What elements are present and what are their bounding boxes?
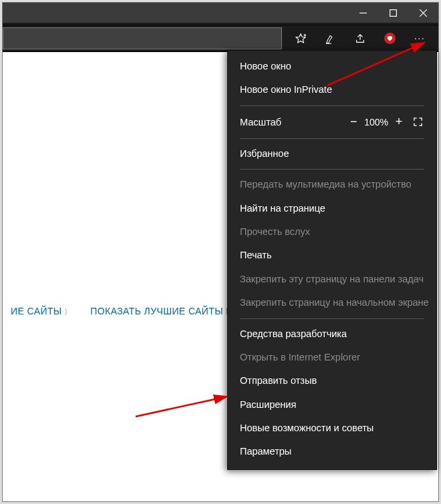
maximize-button[interactable] (378, 3, 408, 23)
menu-send-feedback[interactable]: Отправить отзыв (228, 369, 436, 393)
menu-pin-start: Закрепить страницу на начальном экране (228, 291, 436, 314)
zoom-in-button[interactable]: + (390, 114, 408, 130)
menu-new-window[interactable]: Новое окно (228, 55, 436, 78)
zoom-label: Масштаб (240, 117, 344, 128)
toolbar: ··· (3, 25, 438, 52)
menu-new-inprivate[interactable]: Новое окно InPrivate (228, 78, 436, 101)
menu-separator (240, 318, 424, 319)
quick-link-topsites[interactable]: ИЕ САЙТЫ〉 (3, 306, 80, 317)
menu-settings[interactable]: Параметры (228, 440, 436, 463)
window-titlebar (3, 3, 438, 23)
share-icon[interactable] (349, 27, 372, 50)
menu-favorites[interactable]: Избранное (228, 142, 436, 166)
address-bar[interactable] (3, 27, 282, 49)
favorites-star-icon[interactable] (289, 27, 312, 50)
notes-pen-icon[interactable] (319, 27, 342, 50)
zoom-value: 100% (363, 117, 390, 128)
menu-pin-taskbar: Закрепить эту страницу на панели задач (228, 268, 436, 291)
menu-whats-new[interactable]: Новые возможности и советы (228, 417, 436, 440)
menu-cast-media: Передать мультимедиа на устройство (228, 173, 436, 196)
zoom-out-button[interactable]: − (344, 114, 363, 130)
svg-rect-1 (390, 9, 397, 16)
fullscreen-button[interactable] (408, 114, 427, 130)
menu-extensions[interactable]: Расширения (228, 393, 436, 417)
menu-find-on-page[interactable]: Найти на странице (228, 197, 436, 220)
menu-zoom-row: Масштаб − 100% + (228, 109, 436, 135)
settings-menu: Новое окно Новое окно InPrivate Масштаб … (227, 50, 437, 470)
menu-separator (240, 105, 424, 106)
minimize-button[interactable] (348, 3, 378, 23)
menu-separator (240, 138, 424, 139)
more-menu-button[interactable]: ··· (408, 27, 431, 50)
menu-separator (240, 169, 424, 170)
menu-print[interactable]: Печать (228, 244, 436, 267)
close-button[interactable] (408, 3, 438, 23)
adblock-icon[interactable] (378, 27, 401, 50)
menu-open-ie: Открыть в Internet Explorer (228, 346, 436, 369)
menu-read-aloud: Прочесть вслух (228, 220, 436, 244)
menu-devtools[interactable]: Средства разработчика (228, 322, 436, 346)
